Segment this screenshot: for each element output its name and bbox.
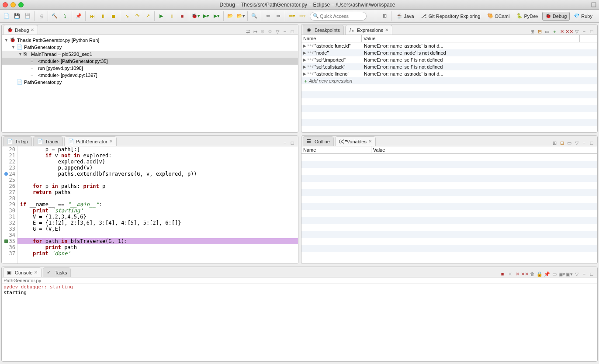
expr-toolbar-icon-2[interactable]: ⊟: [537, 28, 543, 35]
pause-icon[interactable]: ⏸: [167, 11, 177, 21]
clear-console-icon[interactable]: 🗑: [529, 271, 535, 277]
close-icon[interactable]: ✕: [109, 139, 113, 144]
remove-all-icon[interactable]: ✕✕: [566, 28, 572, 35]
step-over-icon[interactable]: ↷: [132, 11, 142, 21]
step-into-icon[interactable]: ↘: [122, 11, 132, 21]
expression-row[interactable]: ▶ˣ⁺ʸ"self.callstack"NameError: name 'sel…: [301, 63, 597, 70]
remove-all-icon[interactable]: ✕✕: [522, 271, 528, 277]
expr-toolbar-icon-3[interactable]: ▭: [544, 28, 550, 35]
perspective-pydev[interactable]: 🐍PyDev: [513, 12, 541, 21]
code-line[interactable]: V = {1,2,3,4,5,6}: [17, 214, 298, 220]
minimize-view-icon[interactable]: −: [581, 271, 587, 277]
editor-tab[interactable]: 📄Tracer: [33, 136, 62, 146]
code-line[interactable]: for path in bfsTraverse(G, 1):: [17, 238, 298, 244]
remove-all-terminated-icon[interactable]: ✕: [514, 271, 520, 277]
stop-icon[interactable]: ■: [177, 11, 187, 21]
tab-expressions[interactable]: ƒₓ Expressions ✕: [345, 25, 392, 35]
expression-row[interactable]: ▶ˣ⁺ʸ"self.imported"NameError: name 'self…: [301, 56, 597, 63]
terminate-icon[interactable]: ■: [499, 271, 506, 277]
minimize-view-icon[interactable]: −: [282, 28, 288, 35]
code-line[interactable]: print 'done': [17, 250, 298, 257]
perspective-ruby[interactable]: 💎Ruby: [571, 12, 596, 21]
add-expression-icon[interactable]: ＋: [551, 28, 557, 35]
editor-tab[interactable]: 📄PathGenerator✕: [64, 136, 117, 146]
suspend-icon[interactable]: ⏸: [98, 11, 107, 21]
resume-icon[interactable]: ⏭: [87, 11, 97, 21]
view-menu-icon[interactable]: ▽: [574, 28, 580, 35]
perspective-ocaml[interactable]: 🐫OCaml: [484, 12, 512, 21]
tab-outline[interactable]: ☰ Outline: [303, 136, 334, 146]
code-editor[interactable]: 202122232425262728293031323334353637 p =…: [2, 146, 298, 263]
forward-icon[interactable]: ➡▾: [298, 11, 307, 21]
tab-breakpoints[interactable]: ◉ Breakpoints: [303, 25, 344, 35]
debug-tree-row[interactable]: ≡<module> [PathGenerator.py:35]: [2, 58, 298, 65]
view-menu-icon[interactable]: ▽: [274, 28, 280, 35]
save-icon[interactable]: 💾: [12, 11, 22, 21]
debug-tree-row[interactable]: ▼🐞Thesis PathGenerator.py [Python Run]: [2, 37, 298, 44]
display-selected-icon[interactable]: ▭: [551, 271, 557, 277]
add-expression-row[interactable]: ＋Add new expression: [301, 77, 597, 84]
editor-tab[interactable]: 📄TriTyp: [3, 136, 32, 146]
code-line[interactable]: [17, 195, 298, 201]
quick-access-search[interactable]: 🔍: [310, 12, 367, 21]
maximize-view-icon[interactable]: □: [589, 271, 595, 277]
tab-tasks[interactable]: ✓ Tasks: [43, 267, 71, 277]
code-line[interactable]: if __name__ == "__main__":: [17, 201, 298, 208]
close-window-button[interactable]: [3, 2, 8, 7]
view-menu-icon[interactable]: ▽: [574, 271, 580, 277]
code-line[interactable]: p.append(v): [17, 165, 298, 171]
perspective-git[interactable]: ⎇Git Repository Exploring: [418, 12, 484, 21]
expression-row[interactable]: ▶ˣ⁺ʸ"node"NameError: name 'node' is not …: [301, 49, 597, 56]
back-icon[interactable]: ⬅▾: [287, 11, 297, 21]
debug-tree[interactable]: ▼🐞Thesis PathGenerator.py [Python Run]▼📄…: [2, 35, 298, 132]
open-task-icon[interactable]: 📂▾: [236, 11, 246, 21]
close-icon[interactable]: ✕: [31, 28, 34, 32]
open-type-icon[interactable]: 📂: [225, 11, 235, 21]
zoom-window-button[interactable]: [18, 2, 24, 7]
perspective-java[interactable]: ☕Java: [393, 12, 417, 21]
maximize-view-icon[interactable]: □: [289, 28, 295, 35]
maximize-view-icon[interactable]: □: [589, 140, 595, 146]
debug-view-icon-1[interactable]: ⇄: [245, 28, 251, 35]
quick-access-input[interactable]: [320, 14, 364, 19]
print-icon[interactable]: 🖨: [36, 11, 46, 21]
expr-col-name[interactable]: Name: [301, 35, 362, 42]
close-icon[interactable]: ✕: [368, 139, 372, 144]
save-all-icon[interactable]: 💾: [23, 11, 32, 21]
pin-console-icon[interactable]: 📌: [544, 271, 550, 277]
debug-tree-row[interactable]: ≡run [pydevd.py:1090]: [2, 65, 298, 72]
code-line[interactable]: return paths: [17, 189, 298, 195]
vars-col-value[interactable]: Value: [371, 146, 597, 153]
expressions-table[interactable]: ▶ˣ⁺ʸ"astnode.func.id"NameError: name 'as…: [301, 42, 597, 132]
expr-toolbar-icon-1[interactable]: ⊞: [529, 28, 535, 35]
close-icon[interactable]: ✕: [385, 28, 388, 32]
code-line[interactable]: for p in paths: print p: [17, 183, 298, 189]
coverage-dropdown-icon[interactable]: ▶▾: [212, 11, 222, 21]
terminate-prep-icon[interactable]: ⏹: [108, 11, 118, 21]
code-line[interactable]: E = {1:[2], 2:[3,6], 3:[4], 4:[5], 5:[2]…: [17, 220, 298, 226]
debug-view-icon-4[interactable]: ⚙: [267, 28, 273, 35]
perspective-debug[interactable]: 🐞Debug: [542, 12, 570, 21]
expression-row[interactable]: ▶ˣ⁺ʸ"astnode.func.id"NameError: name 'as…: [301, 42, 597, 49]
expression-row[interactable]: ▶ˣ⁺ʸ"astnode.lineno"NameError: name 'ast…: [301, 70, 597, 77]
code-line[interactable]: G = (V,E): [17, 226, 298, 232]
console-output[interactable]: pydev debugger: startingstarting: [2, 284, 597, 361]
view-menu-icon[interactable]: ▽: [574, 140, 580, 146]
remove-launch-icon[interactable]: ✕: [507, 271, 513, 277]
skip-breakpoints-icon[interactable]: ⤵: [60, 11, 70, 21]
tab-variables[interactable]: (x)= Variables ✕: [335, 136, 376, 146]
debug-view-icon-2[interactable]: ↦: [252, 28, 258, 35]
minimize-view-icon[interactable]: −: [581, 140, 587, 146]
code-line[interactable]: [17, 232, 298, 238]
maximize-view-icon[interactable]: □: [589, 28, 595, 35]
debug-tree-row[interactable]: 📄PathGenerator.py: [2, 79, 298, 86]
debug-tree-row[interactable]: ≡<module> [pydevd.py:1397]: [2, 72, 298, 79]
prev-annotation-icon[interactable]: ⇦: [263, 11, 273, 21]
new-icon[interactable]: 📄: [2, 11, 11, 21]
code-line[interactable]: paths.extend(bfsTraverse(G, v, explored,…: [17, 171, 298, 177]
maximize-view-icon[interactable]: □: [289, 140, 295, 146]
vars-col-name[interactable]: Name: [301, 146, 371, 153]
vars-toolbar-icon-1[interactable]: ⊞: [551, 140, 557, 146]
debug-dropdown-icon[interactable]: 🐞▾: [191, 11, 201, 21]
pin-icon[interactable]: 📌: [74, 11, 83, 21]
